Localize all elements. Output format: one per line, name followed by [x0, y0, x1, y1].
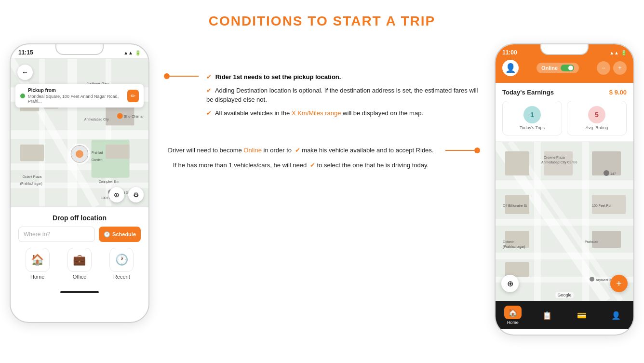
svg-rect-34	[496, 180, 633, 189]
page-container: CONDITIONS TO START A TRIP 11:15 ▲▲ 🔋	[0, 0, 644, 336]
nav-profile[interactable]: 👤	[607, 309, 625, 322]
driver-avatar: 👤	[502, 60, 519, 76]
driver-icons: ▲▲ 🔋	[609, 50, 627, 55]
recent-shortcut[interactable]: 🕐 Recent	[109, 248, 134, 280]
where-to-input[interactable]: Where to?	[18, 227, 95, 242]
svg-text:Connplex Sm: Connplex Sm	[98, 180, 119, 184]
right-phone: 11:00 ▲▲ 🔋 👤 Online − +	[495, 43, 634, 336]
online-toggle[interactable]: Online	[537, 63, 579, 73]
svg-point-55	[590, 277, 594, 282]
left-time: 11:15	[18, 49, 33, 56]
right-connector	[445, 146, 480, 153]
svg-text:Off Billionaire St: Off Billionaire St	[503, 204, 527, 207]
svg-rect-5	[11, 130, 148, 139]
minus-button[interactable]: −	[597, 61, 610, 75]
driver-wifi-icon: ▲▲	[609, 50, 619, 55]
svg-point-57	[604, 170, 609, 176]
svg-point-27	[117, 113, 123, 119]
rating-label: Avg. Rating	[586, 125, 608, 130]
earnings-stats: 1 Today's Trips 5 Avg. Rating	[502, 101, 627, 135]
driver-bottom-nav: 🏠 Home 📋 💳 👤	[496, 301, 633, 329]
earnings-header: Today's Earnings $ 9.00	[502, 89, 627, 96]
main-layout: 11:15 ▲▲ 🔋	[0, 39, 644, 336]
nav-trips[interactable]: 📋	[538, 309, 556, 322]
svg-rect-12	[20, 145, 44, 161]
pickup-card: Pickup from Mondeal Square, 100 Feet Ana…	[15, 84, 144, 108]
left-map: Jodhpur Gan Ahmedabad City Prahlad Garde…	[11, 58, 148, 207]
check-icon-4: ✔	[295, 147, 300, 154]
svg-text:Sho Chimar: Sho Chimar	[124, 114, 144, 119]
left-icons: ▲▲ 🔋	[123, 50, 141, 55]
battery-icon: 🔋	[135, 50, 141, 55]
home-indicator	[60, 291, 99, 293]
check-icon-2: ✔	[206, 86, 212, 95]
annotation-2: ✔ Adding Destination location is optiona…	[206, 86, 480, 105]
locate-button[interactable]: ⊕	[109, 187, 124, 202]
recent-label: Recent	[113, 274, 130, 280]
svg-text:Octantr: Octantr	[503, 240, 514, 243]
bottom-annotation-2: If he has more than 1 vehicles/cars, he …	[164, 161, 438, 171]
left-connector	[164, 72, 199, 79]
bottom-annotations-list: Driver will need to become Online in ord…	[164, 146, 445, 171]
left-phone: 11:15 ▲▲ 🔋	[10, 43, 149, 323]
svg-rect-46	[592, 231, 621, 248]
earnings-title: Today's Earnings	[502, 89, 554, 96]
check-icon-1: ✔	[206, 72, 212, 82]
office-icon: 💼	[67, 248, 92, 272]
connector-line-left	[170, 76, 199, 77]
trips-nav-icon[interactable]: 📋	[538, 309, 556, 322]
home-label: Home	[30, 274, 44, 280]
notch-right	[540, 44, 589, 55]
nav-home[interactable]: 🏠 Home	[504, 306, 522, 325]
toggle-pill[interactable]	[561, 65, 574, 71]
center-annotations: ✔ Rider 1st needs to set the pickup loca…	[149, 39, 495, 171]
schedule-button[interactable]: 🕐 Schedule	[99, 227, 141, 242]
driver-locate-button[interactable]: ⊕	[501, 275, 519, 292]
check-icon-5: ✔	[310, 161, 315, 169]
home-nav-label: Home	[507, 320, 519, 325]
trips-circle: 1	[523, 106, 541, 123]
top-annotations-list: ✔ Rider 1st needs to set the pickup loca…	[199, 72, 480, 121]
svg-text:100 Feet Rd: 100 Feet Rd	[592, 204, 611, 207]
plus-button[interactable]: +	[613, 61, 627, 75]
wallet-nav-icon[interactable]: 💳	[573, 309, 590, 322]
rating-stat-card: 5 Avg. Rating	[567, 101, 627, 135]
nav-wallet[interactable]: 💳	[573, 309, 590, 322]
filter-button[interactable]: ⚙	[128, 187, 144, 202]
schedule-label: Schedule	[112, 231, 136, 237]
driver-home-indicator	[545, 331, 584, 333]
office-label: Office	[73, 274, 87, 280]
svg-rect-40	[505, 151, 529, 175]
svg-rect-39	[582, 142, 589, 301]
rating-circle: 5	[588, 106, 605, 123]
pickup-address: Mondeal Square, 100 Feet Anand Nagar Roa…	[28, 94, 127, 104]
svg-rect-38	[534, 142, 541, 301]
driver-action-buttons: − +	[597, 61, 627, 75]
bottom-annotation-group: Driver will need to become Online in ord…	[164, 146, 480, 171]
connector-dot-left	[164, 73, 170, 79]
bottom-annotation-1: Driver will need to become Online in ord…	[164, 146, 438, 156]
svg-text:Garden: Garden	[92, 158, 103, 161]
annotation-1: ✔ Rider 1st needs to set the pickup loca…	[206, 72, 480, 82]
notch-left	[55, 44, 104, 55]
profile-nav-icon[interactable]: 👤	[607, 309, 625, 322]
home-shortcut[interactable]: 🏠 Home	[26, 248, 50, 280]
google-label: Google	[555, 292, 573, 298]
driver-map: Crowne Plaza Ahmedabad City Centre Off B…	[496, 142, 633, 301]
connector-dot-right	[474, 148, 480, 153]
home-nav-icon[interactable]: 🏠	[504, 306, 522, 319]
dropoff-title: Drop off location	[18, 214, 141, 222]
svg-text:Ahmedabad City: Ahmedabad City	[84, 118, 109, 121]
map-controls: ⊕ ⚙	[109, 187, 144, 202]
driver-plus-button[interactable]: +	[610, 275, 628, 292]
location-shortcuts: 🏠 Home 💼 Office 🕐 Recent	[18, 248, 141, 280]
recent-icon: 🕐	[109, 248, 134, 272]
driver-time: 11:00	[502, 49, 517, 56]
svg-point-17	[76, 150, 83, 158]
edit-icon[interactable]: ✏	[127, 90, 139, 102]
connector-line-right	[445, 150, 474, 151]
trips-stat-card: 1 Today's Trips	[502, 101, 562, 135]
svg-text:Octant Plaza: Octant Plaza	[23, 175, 42, 178]
back-button[interactable]: ←	[17, 65, 33, 80]
office-shortcut[interactable]: 💼 Office	[67, 248, 92, 280]
